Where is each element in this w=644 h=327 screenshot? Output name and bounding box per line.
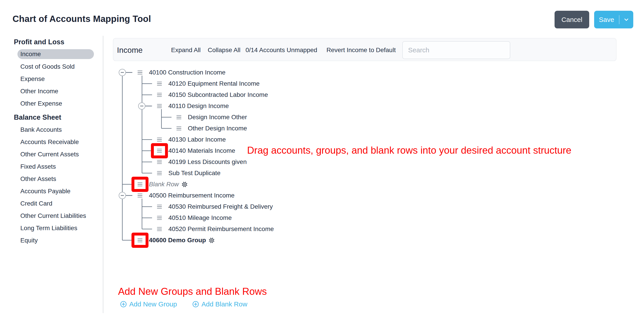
add-new-group-button[interactable]: Add New Group bbox=[120, 299, 177, 309]
tree-row-label: 40150 Subcontracted Labor Income bbox=[168, 91, 268, 98]
add-new-group-label: Add New Group bbox=[129, 300, 177, 308]
drag-handle-icon[interactable] bbox=[138, 182, 142, 186]
tree-row-label: 40199 Less Discounts given bbox=[168, 158, 247, 166]
annotation-highlight-box bbox=[132, 232, 148, 248]
drag-handle-icon[interactable] bbox=[138, 238, 142, 242]
drag-handle-icon[interactable] bbox=[157, 104, 162, 108]
tree-row-label: Blank Row bbox=[148, 181, 179, 188]
drag-handle-icon[interactable] bbox=[157, 82, 162, 86]
drag-handle-icon[interactable] bbox=[157, 138, 162, 142]
drag-handle-icon[interactable] bbox=[138, 70, 142, 75]
plus-circle-icon bbox=[120, 301, 127, 308]
handle-slot bbox=[132, 188, 148, 203]
tree-row-label: 40110 Design Income bbox=[168, 102, 229, 110]
tree-row-label: Sub Test Duplicate bbox=[168, 170, 220, 177]
gear-icon[interactable] bbox=[182, 182, 188, 188]
tree-row-40600-demo-group: 40600 Demo Group bbox=[132, 232, 215, 248]
tree-row-label: 40520 Permit Reimbursement Income bbox=[168, 226, 274, 232]
handle-slot bbox=[151, 98, 168, 114]
tree-row-label: 40120 Equipment Rental Income bbox=[168, 80, 260, 87]
drag-handle-icon[interactable] bbox=[157, 149, 162, 153]
tree-connectors bbox=[0, 0, 644, 327]
annotation-drag-note: Drag accounts, groups, and blank rows in… bbox=[247, 145, 571, 156]
tree-row-label: 40100 Construction Income bbox=[148, 69, 226, 76]
plus-circle-icon bbox=[192, 301, 199, 308]
drag-handle-icon[interactable] bbox=[157, 205, 162, 209]
drag-handle-icon[interactable] bbox=[176, 115, 181, 120]
add-blank-row-label: Add Blank Row bbox=[202, 300, 247, 308]
drag-handle-icon[interactable] bbox=[157, 227, 162, 231]
add-blank-row-button[interactable]: Add Blank Row bbox=[192, 299, 247, 309]
tree-row-label: 40130 Labor Income bbox=[168, 136, 226, 143]
drag-handle-icon[interactable] bbox=[176, 126, 181, 130]
tree-row-label: 40510 Mileage Income bbox=[168, 214, 232, 222]
drag-handle-icon[interactable] bbox=[157, 171, 162, 175]
gear-icon[interactable] bbox=[209, 237, 215, 243]
drag-handle-icon[interactable] bbox=[157, 216, 162, 220]
tree-row-label: 40600 Demo Group bbox=[148, 237, 206, 244]
account-tree: 40100 Construction Income40120 Equipment… bbox=[0, 0, 644, 327]
drag-handle-icon[interactable] bbox=[157, 160, 162, 164]
tree-row-label: Other Design Income bbox=[188, 125, 247, 132]
tree-row-label: 40530 Reimbursed Freight & Delivery bbox=[168, 203, 273, 210]
tree-row-label: Design Income Other bbox=[188, 114, 247, 121]
annotation-add-note: Add New Groups and Blank Rows bbox=[118, 286, 267, 297]
tree-row-label: 40500 Reimbursement Income bbox=[148, 192, 234, 199]
handle-slot bbox=[132, 65, 148, 80]
chart-of-accounts-mapping-tool: Chart of Accounts Mapping Tool Cancel Sa… bbox=[0, 0, 644, 327]
tree-row-label: 40140 Materials Income bbox=[168, 147, 235, 154]
drag-handle-icon[interactable] bbox=[138, 194, 142, 198]
drag-handle-icon[interactable] bbox=[157, 93, 162, 97]
